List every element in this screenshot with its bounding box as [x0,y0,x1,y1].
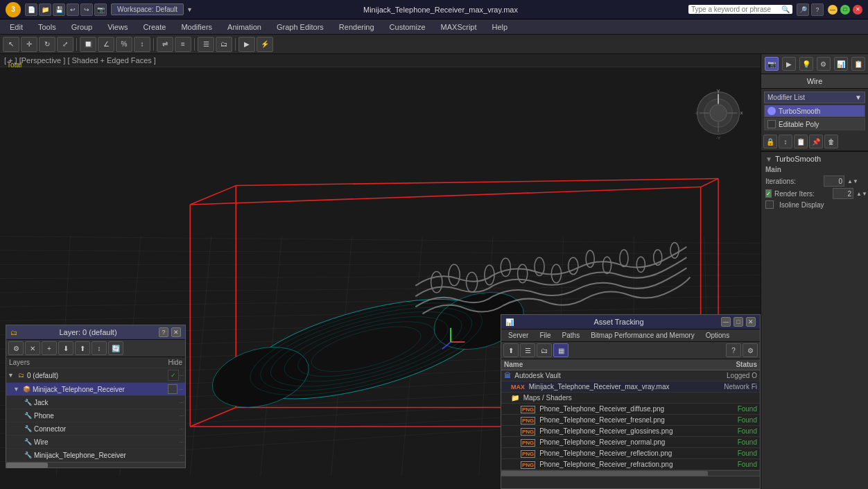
layers-tool-settings[interactable]: ⚙ [8,341,24,355]
category-shapes[interactable]: ▶ [782,57,796,71]
asset-menu-bitmap[interactable]: Bitmap Performance and Memory [587,331,699,340]
table-row[interactable]: 🏛 Autodesk Vault Logged O [501,370,760,381]
asset-maximize-button[interactable]: □ [734,317,743,327]
asset-tool-list[interactable]: ☰ [520,343,535,357]
menu-rendering[interactable]: Rendering [332,22,381,33]
category-spacewarps[interactable]: 📋 [851,57,865,71]
menu-help[interactable]: Help [485,22,515,33]
layers-tool-sort[interactable]: ↕ [92,341,107,355]
asset-menu-options[interactable]: Options [702,331,734,340]
help-button[interactable]: ? [811,3,824,16]
menu-maxscript[interactable]: MAXScript [434,22,484,33]
list-item[interactable]: 🔧 Minijack_Telephone_Receiver ··· [6,449,185,462]
save-button[interactable]: 💾 [53,3,65,16]
rp-tool-move[interactable]: ↕ [779,135,792,148]
menu-animation[interactable]: Animation [220,22,268,33]
asset-tool-settings[interactable]: ⚙ [743,343,758,357]
modifier-list-header[interactable]: Modifier List ▼ [764,92,865,103]
asset-tool-folder[interactable]: 🗂 [537,343,552,357]
tool-mirror[interactable]: ⇌ [157,37,173,52]
layers-help-button[interactable]: ? [159,327,168,337]
search-input[interactable] [691,6,781,13]
undo-button[interactable]: ↩ [67,3,79,16]
tool-move[interactable]: ✛ [21,37,37,52]
asset-tool-grid[interactable]: ▦ [553,343,568,357]
new-button[interactable]: 📄 [25,3,37,16]
menu-modifiers[interactable]: Modifiers [174,22,219,33]
rp-tool-paste[interactable]: 📌 [809,135,823,148]
list-item[interactable]: ▼ 🗂 0 (default) ✓ ··· [6,368,185,383]
scrollbar-thumb[interactable] [6,463,48,468]
open-button[interactable]: 📁 [39,3,51,16]
search-icon[interactable]: 🔍 [781,6,790,13]
layers-tool-add[interactable]: + [42,341,57,355]
tool-rotate[interactable]: ↻ [39,37,55,52]
table-row[interactable]: PNG Phone_Telephone_Receiver_diffuse.png… [501,404,760,415]
asset-scrollbar[interactable] [501,470,760,476]
ts-render-iters-checkbox[interactable]: ✓ [765,189,772,198]
tool-named-sel[interactable]: ☰ [198,37,214,52]
layers-tool-delete[interactable]: ✕ [25,341,40,355]
workspace-selector[interactable]: Workspace: Default ▼ [111,3,193,15]
tool-percent-snap[interactable]: % [116,37,132,52]
list-item[interactable]: 🔧 Phone ··· [6,409,185,422]
asset-close-button[interactable]: ✕ [746,317,756,327]
menu-graph-editors[interactable]: Graph Editors [270,22,331,33]
list-item[interactable]: 🔧 Jack ··· [6,396,185,409]
asset-menu-paths[interactable]: Paths [558,331,584,340]
rp-tool-delete[interactable]: 🗑 [824,135,838,148]
table-row[interactable]: PNG Phone_Telephone_Receiver_fresnel.png… [501,415,760,426]
modifier-check[interactable] [767,120,776,128]
help-search-button[interactable]: 🔎 [797,3,809,16]
tool-select[interactable]: ↖ [3,37,19,52]
table-row[interactable]: PNG Phone_Telephone_Receiver_reflection.… [501,448,760,459]
minimize-button[interactable]: — [828,5,837,15]
tool-scale[interactable]: ⤢ [57,37,73,52]
ts-render-iters-input[interactable] [833,188,853,199]
search-bar[interactable]: 🔍 [688,5,792,14]
layers-tool-move-down[interactable]: ⬇ [58,341,73,355]
ts-iterations-input[interactable] [824,175,844,187]
tool-angle-snap[interactable]: ∠ [98,37,114,52]
asset-menu-server[interactable]: Server [504,331,532,340]
asset-tool-up[interactable]: ⬆ [503,343,519,357]
category-cameras[interactable]: ⚙ [817,57,831,71]
layer-check[interactable]: ✓ [168,370,179,381]
maximize-button[interactable]: □ [840,5,850,15]
asset-tool-help[interactable]: ? [726,343,741,357]
render-button[interactable]: 📷 [94,3,107,16]
layers-close-button[interactable]: ✕ [171,327,181,337]
menu-create[interactable]: Create [136,22,173,33]
workspace-label[interactable]: Workspace: Default [111,3,184,15]
table-row[interactable]: PNG Phone_Telephone_Receiver_refraction.… [501,459,760,470]
list-item[interactable]: 🔧 Wire ··· [6,436,185,449]
rp-tool-lock[interactable]: 🔒 [763,135,777,148]
ts-collapse-icon[interactable]: ▼ [765,155,772,163]
menu-tools[interactable]: Tools [31,22,63,33]
layers-tool-refresh[interactable]: 🔄 [108,341,123,355]
asset-minimize-button[interactable]: — [721,317,731,327]
menu-customize[interactable]: Customize [383,22,433,33]
table-row[interactable]: PNG Phone_Telephone_Receiver_glossines.p… [501,426,760,437]
ts-isoline-checkbox[interactable] [765,200,774,209]
category-display[interactable]: 📷 [765,57,779,71]
modifier-editable-poly[interactable]: Editable Poly [764,118,865,130]
tool-align[interactable]: ≡ [175,37,191,52]
ts-iterations-spinner[interactable]: ▲▼ [847,178,858,185]
tool-quick-render[interactable]: ⚡ [257,37,273,52]
tool-render[interactable]: ▶ [238,37,255,52]
tool-spinner-snap[interactable]: ↕ [134,37,150,52]
layers-scrollbar[interactable] [6,462,185,467]
redo-button[interactable]: ↪ [80,3,93,16]
rp-tool-copy[interactable]: 📋 [794,135,808,148]
tool-snap[interactable]: 🔲 [80,37,96,52]
close-button[interactable]: ✕ [853,5,862,15]
asset-menu-file[interactable]: File [535,331,555,340]
viewport[interactable]: [ + ] [Perspective ] [ Shaded + Edged Fa… [0,54,761,489]
category-helpers[interactable]: 📊 [834,57,848,71]
tool-layers[interactable]: 🗂 [216,37,232,52]
ts-render-spinner[interactable]: ▲▼ [856,191,867,197]
modifier-turbosmooth[interactable]: TurboSmooth [764,105,865,117]
table-row[interactable]: 📁 Maps / Shaders [501,393,760,404]
list-item[interactable]: 🔧 Connector ··· [6,422,185,436]
